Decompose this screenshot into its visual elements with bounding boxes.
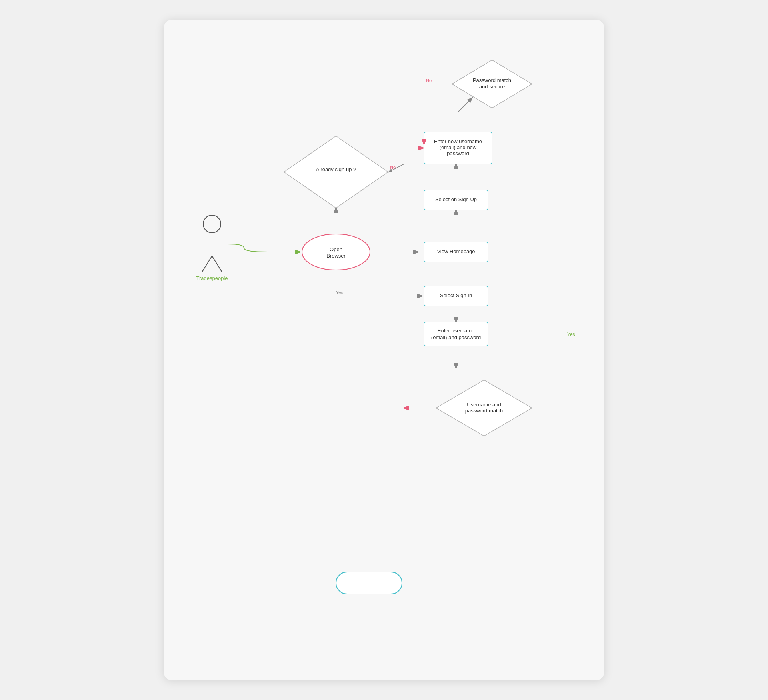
select-signin-label: Select Sign In bbox=[440, 292, 472, 298]
diagram-container: Tradespeople Open Browser View Homepage … bbox=[164, 20, 604, 680]
yes-label-signin: Yes bbox=[336, 290, 343, 295]
svg-line-4 bbox=[212, 256, 222, 272]
arrow-actor-to-browser bbox=[228, 244, 300, 252]
view-homepage-label: View Homepage bbox=[437, 248, 475, 254]
no-label-password: No bbox=[426, 78, 432, 83]
svg-point-0 bbox=[203, 215, 221, 233]
svg-line-11 bbox=[458, 98, 472, 112]
actor-tradespeople: Tradespeople bbox=[196, 215, 228, 281]
svg-text:password match: password match bbox=[465, 408, 503, 414]
svg-text:(email) and password: (email) and password bbox=[431, 334, 481, 340]
svg-line-3 bbox=[202, 256, 212, 272]
svg-text:(email)  and new: (email) and new bbox=[440, 144, 477, 150]
svg-text:Enter username: Enter username bbox=[438, 328, 475, 334]
forgot-password-node bbox=[336, 572, 402, 594]
svg-text:password: password bbox=[447, 150, 469, 156]
select-signup-label: Select on Sign Up bbox=[435, 196, 477, 202]
svg-text:Already sign up ?: Already sign up ? bbox=[316, 166, 356, 172]
actor-label: Tradespeople bbox=[196, 275, 228, 281]
svg-text:Password match: Password match bbox=[473, 77, 511, 83]
svg-text:Enter new username: Enter new username bbox=[434, 138, 482, 144]
svg-text:and secure: and secure bbox=[479, 84, 505, 90]
svg-text:Username and: Username and bbox=[467, 402, 501, 408]
enter-credentials-node bbox=[424, 322, 488, 346]
yes-label-green: Yes bbox=[567, 332, 575, 337]
